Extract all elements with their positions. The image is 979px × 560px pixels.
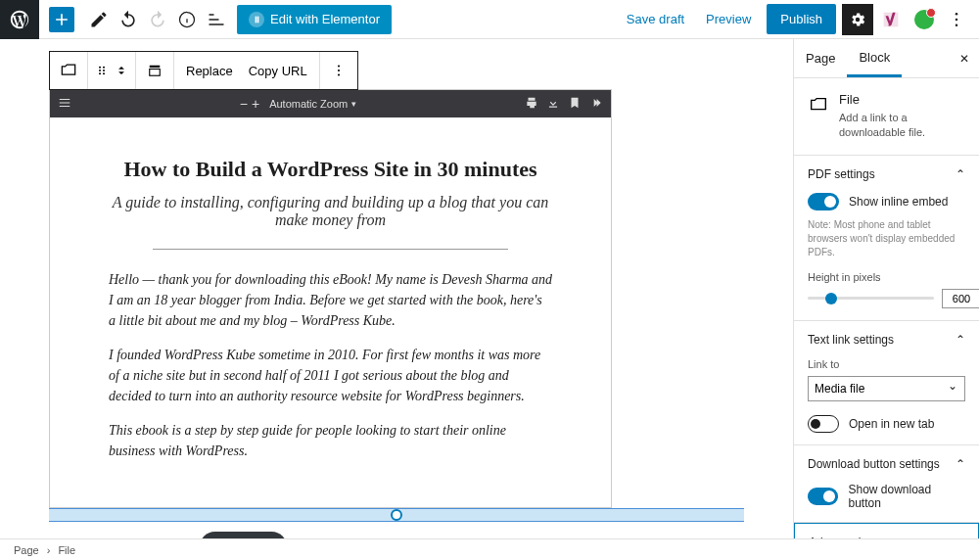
pdf-more-icon[interactable] [589, 96, 603, 112]
svg-point-6 [103, 70, 105, 71]
replace-button[interactable]: Replace [178, 54, 241, 87]
panel-download: Download button settings ⌃ Show download… [794, 445, 979, 523]
svg-point-13 [338, 73, 340, 75]
svg-point-7 [99, 72, 101, 74]
preview-button[interactable]: Preview [696, 6, 761, 32]
pdf-paragraph: I founded WordPress Kube sometime in 201… [109, 345, 552, 406]
svg-point-12 [338, 70, 340, 71]
edit-mode-button[interactable] [84, 5, 114, 34]
pdf-note: Note: Most phone and tablet browsers won… [808, 218, 965, 259]
block-name: File [839, 92, 965, 107]
chevron-down-icon: ▾ [351, 99, 356, 109]
svg-point-11 [338, 65, 340, 67]
panel-advanced[interactable]: Advanced ⌄ [794, 523, 979, 538]
download-icon[interactable] [546, 96, 560, 112]
height-label: Height in pixels [808, 271, 965, 283]
file-icon [808, 94, 829, 116]
settings-button[interactable] [842, 4, 873, 35]
pdf-embed: − + Automatic Zoom ▾ How to Build a Word… [49, 89, 612, 508]
svg-rect-9 [150, 66, 161, 68]
move-button[interactable] [112, 54, 131, 87]
publish-button[interactable]: Publish [767, 4, 836, 34]
pdf-page: How to Build a WordPress Site in 30 minu… [50, 117, 611, 507]
toggle-new-tab[interactable] [808, 415, 839, 433]
editor-canvas: Replace Copy URL − + Automatic Zoom ▾ [0, 39, 793, 538]
outline-button[interactable] [202, 5, 231, 34]
zoom-select[interactable]: Automatic Zoom [269, 98, 348, 110]
drag-handle[interactable] [92, 54, 112, 87]
bookmark-icon[interactable] [568, 96, 582, 112]
top-toolbar: ⏸ Edit with Elementor Save draft Preview… [0, 0, 979, 39]
zoom-in-icon[interactable]: + [252, 96, 259, 112]
block-more-button[interactable] [324, 54, 353, 87]
panel-pdf-settings: PDF settings ⌃ Show inline embed Note: M… [794, 156, 979, 321]
pdf-sidebar-toggle-icon[interactable] [58, 96, 71, 112]
height-input[interactable] [942, 289, 979, 308]
pdf-toolbar: − + Automatic Zoom ▾ [50, 90, 611, 117]
block-toolbar: Replace Copy URL [49, 51, 358, 90]
crumb-file[interactable]: File [58, 544, 75, 556]
copy-url-button[interactable]: Copy URL [241, 54, 315, 87]
svg-point-0 [956, 12, 958, 14]
chevron-up-icon: ⌃ [956, 457, 965, 471]
tab-page[interactable]: Page [794, 39, 847, 77]
svg-rect-10 [150, 70, 161, 76]
toolbar-right: Save draft Preview Publish [617, 4, 979, 35]
toggle-inline-label: Show inline embed [849, 195, 948, 209]
info-button[interactable] [172, 5, 202, 34]
breadcrumb: Page › File [0, 538, 979, 560]
redo-button[interactable] [143, 5, 172, 34]
add-block-button[interactable] [49, 7, 74, 32]
more-options-button[interactable] [942, 5, 971, 34]
elementor-button[interactable]: ⏸ Edit with Elementor [237, 5, 392, 34]
svg-point-4 [103, 67, 105, 69]
yoast-button[interactable] [875, 4, 907, 35]
toggle-new-tab-label: Open in new tab [849, 417, 934, 431]
chevron-up-icon: ⌃ [956, 167, 965, 181]
sidebar-tabs: Page Block ✕ [794, 39, 979, 78]
zoom-out-icon[interactable]: − [240, 96, 248, 112]
toggle-inline-embed[interactable] [808, 193, 839, 210]
pdf-paragraph: This ebook is a step by step guide for p… [109, 420, 552, 461]
settings-sidebar: Page Block ✕ File Add a link to a downlo… [793, 39, 979, 538]
height-slider[interactable] [808, 297, 934, 300]
pdf-paragraph: Hello — thank you for downloading this e… [109, 269, 552, 331]
tab-block[interactable]: Block [847, 39, 902, 77]
jetpack-button[interactable] [909, 4, 940, 35]
panel-text-link: Text link settings ⌃ Link to Media file … [794, 321, 979, 445]
svg-point-8 [103, 72, 105, 74]
pdf-subtitle: A guide to installing, configuring and b… [109, 194, 552, 229]
pdf-divider [153, 249, 507, 250]
resize-handle[interactable] [391, 509, 402, 521]
chevron-up-icon: ⌃ [956, 333, 965, 347]
toggle-download-label: Show download button [848, 483, 965, 510]
resize-handle-bar[interactable] [49, 508, 744, 522]
link-to-label: Link to [808, 358, 965, 370]
panel-text-link-head[interactable]: Text link settings ⌃ [808, 333, 965, 347]
block-type-file-button[interactable] [54, 54, 83, 87]
svg-point-1 [956, 18, 958, 21]
pdf-title: How to Build a WordPress Site in 30 minu… [109, 157, 552, 182]
panel-pdf-head[interactable]: PDF settings ⌃ [808, 167, 965, 181]
close-sidebar-icon[interactable]: ✕ [959, 52, 969, 66]
link-to-select[interactable]: Media file [808, 376, 965, 401]
crumb-page[interactable]: Page [14, 544, 39, 556]
save-draft-button[interactable]: Save draft [617, 6, 694, 32]
svg-point-5 [99, 70, 101, 71]
file-block-row: launch-wordpress-blog Download [49, 532, 744, 538]
print-icon[interactable] [525, 96, 538, 112]
toggle-download-button[interactable] [808, 488, 838, 505]
block-info-header: File Add a link to a downloadable file. [794, 78, 979, 156]
block-desc: Add a link to a downloadable file. [839, 111, 965, 141]
svg-point-3 [99, 67, 101, 69]
panel-download-head[interactable]: Download button settings ⌃ [808, 457, 965, 471]
elementor-icon: ⏸ [249, 12, 264, 27]
align-button[interactable] [140, 54, 169, 87]
wordpress-logo[interactable] [0, 0, 39, 39]
elementor-label: Edit with Elementor [270, 12, 380, 26]
download-button[interactable]: Download [200, 532, 288, 538]
undo-button[interactable] [114, 5, 143, 34]
svg-point-2 [956, 23, 958, 26]
chevron-right-icon: › [47, 544, 51, 556]
